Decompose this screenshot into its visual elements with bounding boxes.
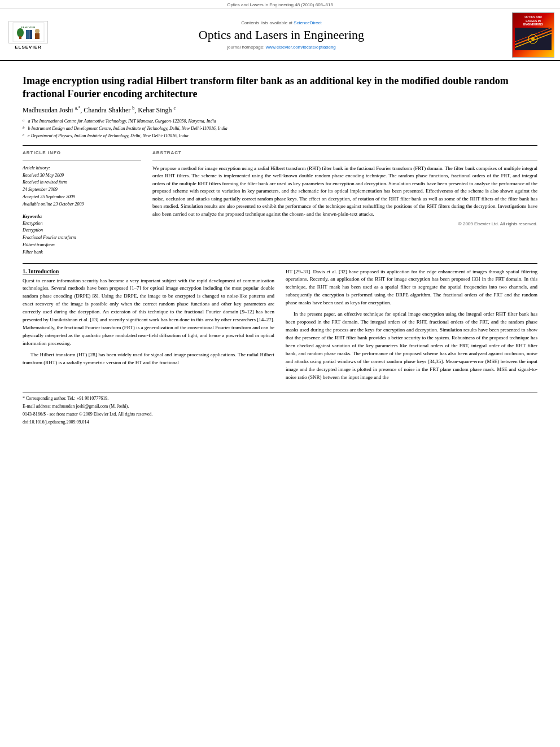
footnote-1: * Corresponding author. Tel.: +91 981077… <box>23 395 537 402</box>
footnotes: * Corresponding author. Tel.: +91 981077… <box>23 392 537 426</box>
keyword-5: Filter bank <box>23 249 141 256</box>
body-para-1: Quest to ensure information security has… <box>23 277 274 348</box>
received-revised-label: Received in revised form <box>23 179 141 186</box>
keyword-1: Encryption <box>23 220 141 228</box>
svg-point-6 <box>35 29 40 33</box>
affiliation-a: a a The International Centre for Automot… <box>23 118 537 125</box>
available-online: Available online 23 October 2009 <box>23 201 141 208</box>
svg-point-2 <box>17 28 24 37</box>
authors: Madhusudan Joshi a,*, Chandra Shakher b,… <box>23 106 537 115</box>
abstract-col: ABSTRACT We propose a method for image e… <box>152 150 537 256</box>
contents-line: Contents lists available at ScienceDirec… <box>56 20 506 25</box>
journal-cover-image: OPTICS ANDLASERS INENGINEERING <box>512 12 554 58</box>
body-para-4: In the present paper, an effective techn… <box>286 311 537 381</box>
body-col2-text: HT [29–31]. Davis et al. [32] have propo… <box>286 268 537 382</box>
main-content: Image encryption using radial Hilbert tr… <box>0 61 560 747</box>
keywords-heading: Keywords: <box>23 214 141 219</box>
affiliation-b: b b Instrument Design and Development Ce… <box>23 125 537 132</box>
body-para-2: The Hilbert transform (HT) [28] has been… <box>23 351 274 367</box>
body-two-col: 1. Introduction Quest to ensure informat… <box>23 268 537 386</box>
footnote-3: 0143-8166/$ - see front matter © 2009 El… <box>23 411 537 418</box>
footnote-4: doi:10.1016/j.optlaseng.2009.09.014 <box>23 419 537 426</box>
received-revised-date: 24 September 2009 <box>23 186 141 194</box>
article-info-abstract: ARTICLE INFO Article history: Received 3… <box>23 150 537 256</box>
article-info-heading: ARTICLE INFO <box>23 150 141 155</box>
svg-rect-5 <box>29 30 32 39</box>
page: Optics and Lasers in Engineering 48 (201… <box>0 0 560 747</box>
divider-article-info <box>23 160 141 160</box>
history-label: Article history: <box>23 165 141 172</box>
body-col-2: HT [29–31]. Davis et al. [32] have propo… <box>286 268 537 386</box>
accepted-date: Accepted 25 September 2009 <box>23 194 141 201</box>
body-col1-text: Quest to ensure information security has… <box>23 277 274 367</box>
article-info-col: ARTICLE INFO Article history: Received 3… <box>23 150 141 256</box>
article-title: Image encryption using radial Hilbert tr… <box>23 75 537 101</box>
cover-journal-title: OPTICS ANDLASERS INENGINEERING <box>523 15 543 27</box>
sciencedirect-link[interactable]: ScienceDirect <box>294 20 321 25</box>
divider-abstract <box>152 160 537 160</box>
affiliations: a a The International Centre for Automot… <box>23 118 537 139</box>
keyword-2: Decryption <box>23 227 141 234</box>
article-meta-top: Optics and Lasers in Engineering 48 (201… <box>0 0 560 9</box>
journal-center: Contents lists available at ScienceDirec… <box>51 20 512 50</box>
copyright: © 2009 Elsevier Ltd. All rights reserved… <box>152 221 537 226</box>
body-para-3: HT [29–31]. Davis et al. [32] have propo… <box>286 268 537 308</box>
journal-volume-info: Optics and Lasers in Engineering 48 (201… <box>227 2 333 7</box>
body-col-1: 1. Introduction Quest to ensure informat… <box>23 268 274 386</box>
abstract-heading: ABSTRACT <box>152 150 537 155</box>
keyword-3: Fractional Fourier transform <box>23 234 141 242</box>
divider-1 <box>23 145 537 146</box>
abstract-text: We propose a method for image encryption… <box>152 165 537 219</box>
keyword-4: Hilbert transform <box>23 242 141 249</box>
journal-homepage: journal homepage: www.elsevier.com/locat… <box>56 45 506 50</box>
svg-point-13 <box>531 37 535 41</box>
homepage-url[interactable]: www.elsevier.com/locate/optlaseng <box>266 45 336 50</box>
elsevier-logo-image: ELSEVIER <box>8 21 48 43</box>
journal-title: Optics and Lasers in Engineering <box>56 28 506 42</box>
elsevier-logo: ELSEVIER ELSEVIER <box>6 21 51 50</box>
keywords-block: Keywords: Encryption Decryption Fraction… <box>23 214 141 256</box>
svg-text:ELSEVIER: ELSEVIER <box>21 26 36 29</box>
divider-body <box>23 263 537 264</box>
received-date: Received 30 May 2009 <box>23 172 141 180</box>
svg-rect-4 <box>26 30 29 39</box>
article-history: Article history: Received 30 May 2009 Re… <box>23 165 141 208</box>
footnote-2: E-mail address: madhusudan joshi@gmail.c… <box>23 403 537 410</box>
elsevier-text: ELSEVIER <box>15 45 42 50</box>
journal-header: ELSEVIER ELSEVIER Contents lists availab… <box>0 9 560 61</box>
section1-heading: 1. Introduction <box>23 268 274 274</box>
svg-rect-3 <box>19 36 21 39</box>
author-names: Madhusudan Joshi a,*, Chandra Shakher b,… <box>23 106 176 114</box>
affiliation-c: c c Department of Physics, Indian Instit… <box>23 133 537 139</box>
svg-rect-7 <box>35 33 40 39</box>
